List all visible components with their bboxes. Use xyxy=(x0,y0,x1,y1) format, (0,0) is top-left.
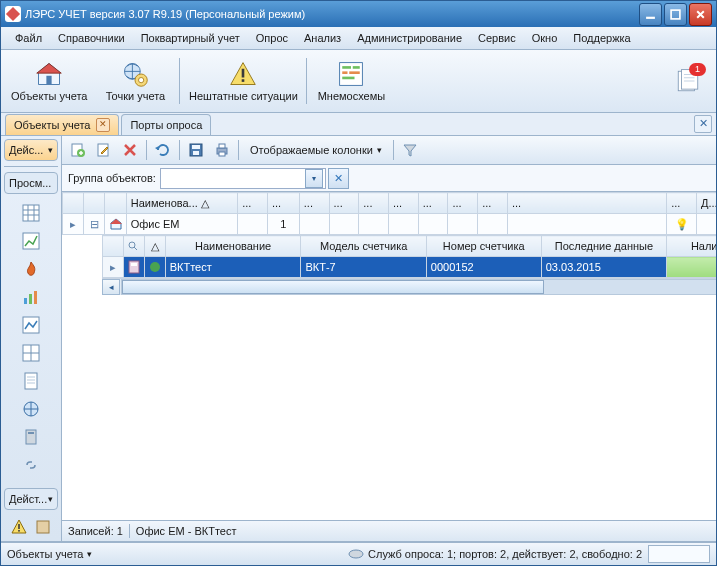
chevron-down-icon: ▾ xyxy=(48,145,53,155)
alerts-button[interactable]: Нештатные ситуации xyxy=(182,55,304,107)
h-scrollbar[interactable]: ◂ ▸ xyxy=(102,278,716,295)
tab-ports-label: Порты опроса xyxy=(130,119,202,131)
close-button[interactable] xyxy=(689,3,712,26)
menu-support[interactable]: Поддержка xyxy=(565,29,638,47)
scroll-left-icon[interactable]: ◂ xyxy=(102,279,120,295)
warning-icon xyxy=(229,60,257,88)
page-icon[interactable] xyxy=(21,371,41,391)
menu-dictionaries[interactable]: Справочники xyxy=(50,29,133,47)
menu-poll[interactable]: Опрос xyxy=(248,29,296,47)
col-model[interactable]: Модель счетчика xyxy=(301,236,426,257)
svg-rect-9 xyxy=(242,69,245,78)
save-button[interactable] xyxy=(184,138,208,162)
dock-tab-view[interactable]: Просм... xyxy=(4,172,58,194)
content-statusbar: Записей: 1 Офис ЕМ - ВКТтест xyxy=(62,520,716,541)
refresh-button[interactable] xyxy=(151,138,175,162)
menu-window[interactable]: Окно xyxy=(524,29,566,47)
svg-marker-56 xyxy=(404,145,416,156)
dropdown-icon[interactable]: ▾ xyxy=(305,169,323,188)
cell-presence xyxy=(667,257,716,278)
data-grid[interactable]: Наименова... △ ... ... ... ... ... ... .… xyxy=(62,192,716,520)
grid-icon[interactable] xyxy=(21,343,41,363)
menu-apartment[interactable]: Поквартирный учет xyxy=(133,29,248,47)
svg-rect-4 xyxy=(47,76,52,85)
globe-icon[interactable] xyxy=(21,399,41,419)
menubar: Файл Справочники Поквартирный учет Опрос… xyxy=(1,27,716,50)
table-icon[interactable] xyxy=(21,203,41,223)
grid-header-outer[interactable]: Наименова... △ ... ... ... ... ... ... .… xyxy=(63,193,717,214)
tab-objects-label: Объекты учета xyxy=(14,119,90,131)
col-d[interactable]: Д... xyxy=(696,193,716,214)
linechart-icon[interactable] xyxy=(21,231,41,251)
filter-button[interactable] xyxy=(398,138,422,162)
points-button[interactable]: Точки учета xyxy=(93,55,177,107)
clear-filter-button[interactable]: ✕ xyxy=(328,168,349,189)
group-label: Группа объектов: xyxy=(68,172,156,184)
mnemo-button[interactable]: Мнемосхемы xyxy=(309,55,393,107)
col-presence[interactable]: Наличие дан xyxy=(667,236,716,257)
columns-label: Отображаемые колонки xyxy=(250,144,373,156)
svg-point-7 xyxy=(139,78,144,83)
toolbar-sep xyxy=(306,58,307,104)
svg-rect-30 xyxy=(34,291,37,304)
edit-button[interactable] xyxy=(92,138,116,162)
notifications-button[interactable]: 1 xyxy=(672,65,704,97)
columns-button[interactable]: Отображаемые колонки ▾ xyxy=(243,138,389,162)
link-icon[interactable] xyxy=(21,455,41,475)
tab-ports[interactable]: Порты опроса xyxy=(121,114,211,135)
col-lastdata[interactable]: Последние данные xyxy=(541,236,666,257)
menu-file[interactable]: Файл xyxy=(7,29,50,47)
delete-button[interactable] xyxy=(118,138,142,162)
main-toolbar: Объекты учета Точки учета Нештатные ситу… xyxy=(1,50,716,113)
menu-analysis[interactable]: Анализ xyxy=(296,29,349,47)
search-small-icon[interactable] xyxy=(128,241,138,251)
book-icon[interactable] xyxy=(35,519,51,535)
tab-objects[interactable]: Объекты учета ✕ xyxy=(5,114,119,135)
dock-icons xyxy=(1,197,61,485)
notif-badge: 1 xyxy=(689,63,706,76)
flame-icon[interactable] xyxy=(21,259,41,279)
group-combo[interactable]: ▾ xyxy=(160,168,326,189)
menu-admin[interactable]: Администрирование xyxy=(349,29,470,47)
group-row[interactable]: ▸ ⊟ Офис ЕМ 1 💡 1 0 xyxy=(63,214,717,235)
sheet-chart-icon[interactable] xyxy=(21,315,41,335)
server-status-label: Служб опроса: 1; портов: 2, действует: 2… xyxy=(368,548,642,560)
print-button[interactable] xyxy=(210,138,234,162)
menu-service[interactable]: Сервис xyxy=(470,29,524,47)
grid-empty-area xyxy=(62,295,716,520)
svg-rect-41 xyxy=(28,432,34,434)
globe-gear-icon xyxy=(121,60,149,88)
status-objects-label: Объекты учета xyxy=(7,548,83,560)
tabs-close-all[interactable]: ✕ xyxy=(694,115,712,133)
points-label: Точки учета xyxy=(106,90,166,102)
svg-rect-15 xyxy=(350,71,361,74)
grid-header-inner[interactable]: △ Наименование Модель счетчика Номер сче… xyxy=(103,236,717,257)
col-serial[interactable]: Номер счетчика xyxy=(426,236,541,257)
svg-rect-51 xyxy=(192,145,200,149)
dock-tab-actions[interactable]: Дейс... ▾ xyxy=(4,139,58,161)
maximize-button[interactable] xyxy=(664,3,687,26)
scroll-thumb[interactable] xyxy=(122,280,544,294)
barchart-icon[interactable] xyxy=(21,287,41,307)
pencil-icon xyxy=(96,142,112,158)
tab-close-icon[interactable]: ✕ xyxy=(96,118,110,132)
col-inner-name[interactable]: Наименование xyxy=(165,236,301,257)
status-objects-button[interactable]: Объекты учета ▾ xyxy=(7,548,92,560)
add-button[interactable] xyxy=(66,138,90,162)
status-cell xyxy=(648,545,710,563)
mnemo-label: Мнемосхемы xyxy=(318,90,386,102)
col-name[interactable]: Наименова... △ xyxy=(126,193,238,214)
warning-small-icon[interactable] xyxy=(11,519,27,535)
objects-button[interactable]: Объекты учета xyxy=(5,55,93,107)
svg-rect-45 xyxy=(37,521,49,533)
collapse-icon[interactable]: ⊟ xyxy=(84,214,105,235)
minimize-button[interactable] xyxy=(639,3,662,26)
status-ok-icon xyxy=(144,257,165,278)
server-icon[interactable] xyxy=(21,427,41,447)
svg-point-63 xyxy=(150,262,160,272)
dock-tab-actions2[interactable]: Дейст... ▾ xyxy=(4,488,58,510)
svg-rect-54 xyxy=(219,144,225,148)
chevron-down-icon: ▾ xyxy=(48,494,53,504)
data-row-selected[interactable]: ▸ ВКТтест ВКТ-7 0000152 03.03.2015 xyxy=(103,257,717,278)
app-icon xyxy=(5,6,21,22)
